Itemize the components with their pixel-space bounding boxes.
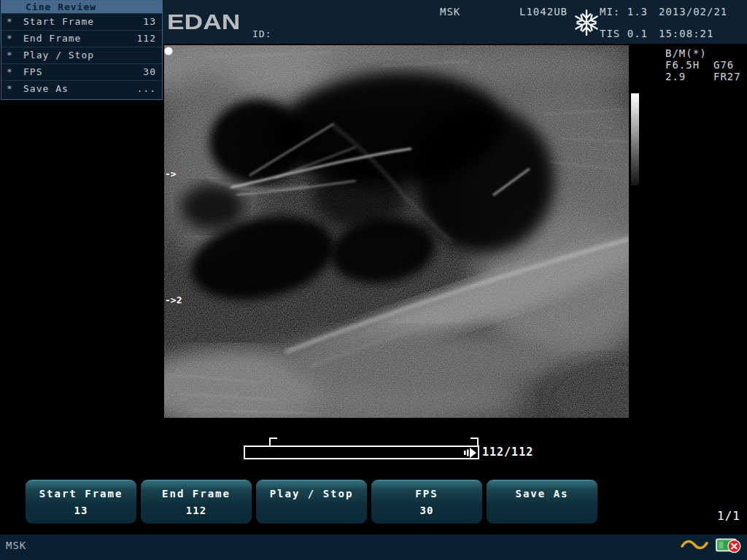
- softkey-save-as[interactable]: Save As: [487, 480, 597, 524]
- menu-item-label: FPS: [23, 64, 42, 80]
- frame-rate-label: FR27: [713, 71, 741, 82]
- menu-item-save-as[interactable]: * Save As ...: [1, 80, 162, 97]
- status-exam-type: MSK: [6, 540, 26, 551]
- menu-item-value: ...: [137, 81, 156, 97]
- menu-item-label: Save As: [23, 81, 69, 97]
- battery-status-icon: [716, 536, 742, 555]
- softkey-play-stop[interactable]: Play / Stop: [256, 480, 367, 524]
- menu-bullet-icon: *: [7, 14, 13, 30]
- softkey-value: 112: [141, 505, 252, 516]
- menu-item-label: Play / Stop: [23, 47, 94, 63]
- menu-item-label: Start Frame: [23, 14, 94, 30]
- menu-item-play-stop[interactable]: * Play / Stop: [1, 47, 162, 63]
- grayscale-map-bar: [631, 93, 639, 185]
- cine-review-menu: Cine Review * Start Frame 13 * End Frame…: [1, 0, 163, 100]
- menu-bullet-icon: *: [7, 31, 13, 47]
- mi-value: MI: 1.3: [600, 6, 648, 18]
- menu-bullet-icon: *: [7, 81, 13, 97]
- bottom-status-bar: MSK: [0, 534, 747, 560]
- exam-type-label: MSK: [440, 6, 460, 18]
- cine-playhead-icon[interactable]: [464, 447, 477, 457]
- menu-bullet-icon: *: [7, 64, 13, 80]
- exam-date: 2013/02/21: [659, 6, 727, 18]
- cine-progress-track[interactable]: [244, 446, 479, 459]
- menu-item-fps[interactable]: * FPS 30: [1, 63, 162, 80]
- signal-wave-icon: [681, 538, 708, 551]
- menu-title: Cine Review: [1, 1, 162, 13]
- menu-item-value: 30: [143, 64, 156, 80]
- patient-id-label: ID:: [252, 28, 271, 39]
- depth-label: 2.9: [665, 71, 686, 82]
- probe-model-label: L1042UB: [519, 6, 568, 18]
- softkey-value: 13: [26, 505, 136, 516]
- gain-label: G76: [713, 59, 734, 71]
- ultrasound-screen: EDAN ID: MSK L1042UB MI: 1.3 2013/02/21 …: [0, 0, 747, 560]
- freeze-snowflake-icon: [573, 7, 600, 38]
- softkey-fps[interactable]: FPS 30: [371, 480, 482, 524]
- menu-item-end-frame[interactable]: * End Frame 112: [1, 30, 162, 47]
- softkey-label: FPS: [371, 488, 482, 499]
- softkey-start-frame[interactable]: Start Frame 13: [26, 480, 136, 524]
- annotation-arrow-2: ->2: [165, 295, 182, 306]
- exam-time: 15:08:21: [659, 28, 713, 39]
- annotation-arrow-1: ->: [165, 168, 177, 179]
- softkey-page-indicator: 1/1: [717, 509, 740, 523]
- softkey-label: Play / Stop: [256, 488, 367, 499]
- tis-value: TIS 0.1: [600, 28, 648, 39]
- menu-item-value: 13: [143, 14, 156, 30]
- menu-item-start-frame[interactable]: * Start Frame 13: [1, 13, 162, 30]
- menu-bullet-icon: *: [7, 47, 13, 63]
- frame-counter: 112/112: [482, 446, 533, 459]
- softkey-label: End Frame: [141, 488, 252, 499]
- image-marker-dot: [165, 47, 173, 55]
- edan-logo: EDAN: [167, 9, 240, 34]
- menu-item-value: 112: [137, 31, 156, 47]
- softkey-end-frame[interactable]: End Frame 112: [141, 480, 252, 524]
- softkey-value: 30: [371, 505, 482, 516]
- probe-frequency-label: F6.5H: [665, 59, 700, 71]
- softkey-label: Save As: [487, 488, 597, 499]
- ultrasound-image: -> ->2: [164, 45, 629, 418]
- softkey-label: Start Frame: [26, 488, 136, 499]
- image-mode-label: B/M(*): [665, 47, 707, 59]
- menu-item-label: End Frame: [23, 31, 81, 47]
